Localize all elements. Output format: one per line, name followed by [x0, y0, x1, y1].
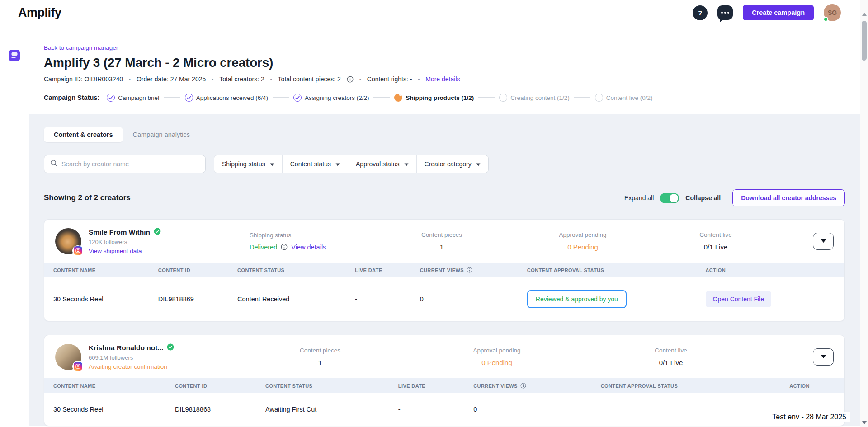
content-live-value: 0/1 Live	[637, 359, 705, 366]
content-live-value: 0/1 Live	[682, 243, 750, 251]
check-icon	[107, 94, 115, 102]
content-status-filter[interactable]: Content status	[283, 155, 348, 173]
col-content-id: CONTENT ID	[166, 378, 256, 393]
campaign-meta: Campaign ID: OIDIR003240 • Order date: 2…	[44, 75, 842, 83]
main-content: Back to campaign manager Amplify 3 (27 M…	[29, 25, 860, 427]
status-step-shipping-products: Shipping products (1/2)	[394, 94, 474, 102]
chat-dot	[727, 12, 729, 14]
content-table: CONTENT NAME CONTENT ID CONTENT STATUS L…	[44, 378, 844, 426]
content-pieces-label: Content pieces	[408, 231, 476, 238]
cell-approval-status: Reviewed & approved by you	[518, 277, 697, 321]
step-connector	[574, 97, 590, 98]
col-live-date: LIVE DATE	[346, 263, 410, 277]
cell-approval-status	[592, 393, 781, 426]
content-pieces-value: 1	[286, 359, 354, 366]
creator-category-filter[interactable]: Creator category	[417, 155, 488, 173]
status-step-assigning-creators: Assigning creators (2/2)	[293, 94, 369, 102]
cell-content-status: Awaiting First Cut	[256, 393, 389, 426]
scrollbar[interactable]	[860, 0, 868, 427]
avatar[interactable]: SG	[824, 4, 841, 21]
help-icon[interactable]: ?	[693, 5, 708, 20]
approval-pending-label: Approval pending	[458, 347, 535, 354]
col-live-date: LIVE DATE	[389, 378, 464, 393]
col-content-name: CONTENT NAME	[44, 378, 166, 393]
back-link[interactable]: Back to campaign manager	[44, 44, 118, 51]
info-icon[interactable]	[347, 76, 354, 83]
info-icon[interactable]	[281, 244, 288, 250]
top-bar: Amplify ? Create campaign SG	[0, 0, 860, 25]
verified-badge-icon	[167, 343, 174, 352]
collapse-card-button[interactable]	[813, 348, 834, 366]
view-shipment-data-link[interactable]: View shipment data	[89, 248, 161, 254]
approval-pending-value: 0 Pending	[544, 243, 621, 251]
scroll-up-arrow[interactable]	[862, 13, 867, 16]
campaign-status-row: Campaign Status: Campaign brief Applicat…	[44, 94, 842, 102]
creator-card-header: Smile From Within 120K followers View sh…	[44, 220, 844, 263]
instagram-icon	[72, 245, 83, 256]
approval-status-filter[interactable]: Approval status	[348, 155, 417, 173]
online-status-dot	[823, 17, 828, 22]
filter-row: Shipping status Content status Approval …	[44, 155, 845, 173]
toolbar-row: Showing 2 of 2 creators Expand all Colla…	[44, 189, 845, 206]
status-step-content-live: Content live (0/2)	[595, 94, 653, 102]
cell-current-views: 0	[411, 277, 518, 321]
verified-badge-icon	[154, 228, 161, 237]
content-pieces-value: 1	[408, 243, 476, 251]
col-content-approval-status: CONTENT APPROVAL STATUS	[518, 263, 697, 277]
col-content-status: CONTENT STATUS	[256, 378, 389, 393]
col-current-views: CURRENT VIEWS	[464, 378, 591, 393]
col-content-status: CONTENT STATUS	[228, 263, 346, 277]
tab-campaign-analytics[interactable]: Campaign analytics	[123, 127, 200, 142]
expand-collapse-toggle[interactable]	[660, 193, 679, 203]
chevron-down-icon	[335, 160, 340, 168]
create-campaign-button[interactable]: Create campaign	[743, 5, 814, 20]
cell-action: Open Content File	[697, 277, 845, 321]
follower-count: 609.1M followers	[89, 354, 174, 361]
scrollbar-thumb[interactable]	[862, 21, 867, 61]
creator-card: Smile From Within 120K followers View sh…	[44, 219, 845, 321]
download-addresses-button[interactable]: Download all creator addresses	[732, 189, 845, 206]
col-current-views: CURRENT VIEWS	[411, 263, 518, 277]
cell-current-views: 0	[464, 393, 591, 426]
view-details-link[interactable]: View details	[291, 244, 326, 251]
status-step-applications-received: Applications received (6/4)	[185, 94, 268, 102]
search-box[interactable]	[44, 155, 206, 173]
env-note: Test env - 28 Mar 2025	[769, 412, 850, 422]
col-content-name: CONTENT NAME	[44, 263, 149, 277]
in-progress-icon	[394, 94, 402, 102]
content-pieces-label: Content pieces	[286, 347, 354, 354]
scroll-down-arrow[interactable]	[862, 421, 867, 424]
content-live-label: Content live	[637, 347, 705, 354]
cell-live-date: -	[389, 393, 464, 426]
collapse-card-button[interactable]	[813, 233, 834, 250]
creator-status-note: Awaiting creator confirmation	[89, 363, 174, 370]
cell-content-id: DIL9818868	[166, 393, 256, 426]
chevron-down-icon	[404, 160, 409, 168]
pending-circle-icon	[595, 94, 603, 102]
cell-live-date: -	[346, 277, 410, 321]
creator-card-header: Krishna Ronaldo not... 609.1M followers …	[44, 335, 844, 378]
approval-status-box[interactable]: Reviewed & approved by you	[527, 290, 627, 308]
table-row: 30 Seconds Reel DIL9818869 Content Recei…	[44, 277, 844, 321]
open-content-file-button[interactable]: Open Content File	[706, 291, 772, 307]
creator-card: Krishna Ronaldo not... 609.1M followers …	[44, 335, 845, 426]
chat-icon[interactable]	[717, 5, 733, 20]
search-input[interactable]	[61, 160, 199, 168]
approval-pending-label: Approval pending	[544, 231, 621, 238]
sidebar	[0, 25, 29, 427]
step-connector	[373, 97, 390, 98]
page-title: Amplify 3 (27 March - 2 Micro creators)	[44, 56, 842, 70]
tab-content-creators[interactable]: Content & creators	[44, 127, 123, 142]
info-icon[interactable]	[467, 267, 472, 273]
search-icon	[50, 160, 57, 169]
shipping-status-filter[interactable]: Shipping status	[214, 155, 283, 173]
campaign-status-label: Campaign Status:	[44, 94, 99, 101]
chevron-down-icon	[476, 160, 481, 168]
info-icon[interactable]	[520, 383, 526, 389]
status-step-campaign-brief: Campaign brief	[107, 94, 160, 102]
col-action: ACTION	[697, 263, 845, 277]
step-connector	[478, 97, 495, 98]
more-details-link[interactable]: More details	[425, 75, 460, 83]
showing-count: Showing 2 of 2 creators	[44, 193, 131, 202]
campaigns-nav-icon[interactable]	[9, 49, 20, 427]
